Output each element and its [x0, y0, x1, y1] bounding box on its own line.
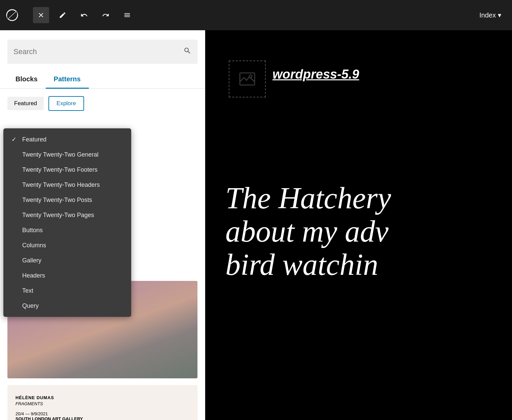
site-tagline: The Hatchery about my adv bird watchin [225, 181, 391, 281]
dropdown-item-featured[interactable]: ✓ Featured [3, 132, 131, 147]
dropdown-item-label: Twenty Twenty-Two General [22, 151, 99, 158]
dates-text: 20/4 — 9/9/2021 [15, 411, 189, 416]
dropdown-item-columns[interactable]: Columns [3, 238, 131, 253]
toolbar-right: Index ▾ [475, 8, 505, 22]
close-button[interactable] [33, 7, 49, 23]
chevron-down-icon: ▾ [498, 11, 501, 19]
dropdown-item-label: Headers [22, 272, 45, 279]
search-magnify-icon [183, 47, 191, 55]
tabs: Blocks Patterns [0, 71, 205, 89]
dropdown-item-label: Featured [22, 136, 46, 143]
check-icon: ✓ [11, 136, 18, 143]
dropdown-item-headers[interactable]: Headers [3, 268, 131, 283]
dropdown-item-label: Twenty Twenty-Two Pages [22, 212, 94, 219]
undo-icon [80, 11, 88, 19]
dropdown-item-label: Text [22, 287, 33, 294]
dropdown-item-label: Twenty Twenty-Two Footers [22, 166, 98, 173]
dropdown-item-posts[interactable]: Twenty Twenty-Two Posts [3, 193, 131, 208]
search-icon[interactable] [183, 47, 191, 57]
left-panel: Blocks Patterns Featured Explore ✓ Featu… [0, 30, 205, 420]
dropdown-item-headers-tt2[interactable]: Twenty Twenty-Two Headers [3, 177, 131, 193]
redo-icon [102, 11, 109, 19]
dates-location: 20/4 — 9/9/2021 SOUTH LONDON ART GALLERY [15, 411, 189, 420]
artist-name-text: HÉLÈNE DUMAS [15, 395, 54, 400]
tagline-line3: bird watchin [225, 248, 391, 281]
dropdown-item-pages[interactable]: Twenty Twenty-Two Pages [3, 208, 131, 223]
dropdown-item-query[interactable]: Query [3, 298, 131, 313]
svg-point-1 [249, 75, 252, 78]
dropdown-item-footers[interactable]: Twenty Twenty-Two Footers [3, 162, 131, 177]
search-bar [7, 40, 197, 64]
dropdown-item-label: Twenty Twenty-Two Headers [22, 181, 100, 188]
gallery-card: HÉLÈNE DUMAS FRAGMENTS 20/4 — 9/9/2021 S… [7, 385, 197, 420]
index-button[interactable]: Index ▾ [475, 8, 505, 22]
close-icon [37, 11, 45, 19]
list-view-button[interactable] [119, 7, 135, 23]
right-panel: wordpress-5.9 The Hatchery about my adv … [205, 30, 512, 420]
tab-blocks[interactable]: Blocks [7, 71, 46, 89]
redo-button[interactable] [98, 7, 114, 23]
artist-name: HÉLÈNE DUMAS [15, 394, 189, 401]
exhibition-name: FRAGMENTS [15, 401, 189, 407]
tab-patterns[interactable]: Patterns [46, 71, 89, 89]
tagline-line1: The Hatchery [225, 181, 391, 215]
dropdown-item-general[interactable]: Twenty Twenty-Two General [3, 147, 131, 162]
main-layout: Blocks Patterns Featured Explore ✓ Featu… [0, 30, 512, 420]
dropdown-menu: ✓ Featured Twenty Twenty-Two General Twe… [3, 128, 131, 317]
wp-logo [0, 0, 24, 30]
filter-featured-button[interactable]: Featured [7, 97, 44, 110]
image-placeholder-icon [239, 72, 256, 86]
dropdown-item-gallery[interactable]: Gallery [3, 253, 131, 268]
dropdown-item-label: Buttons [22, 227, 43, 234]
site-title-text: wordpress-5.9 [272, 67, 359, 81]
site-image-placeholder [229, 60, 266, 97]
site-title: wordpress-5.9 [272, 67, 359, 82]
dropdown-item-label: Query [22, 302, 39, 309]
wordpress-logo-icon [5, 8, 19, 22]
dropdown-item-label: Twenty Twenty-Two Posts [22, 197, 92, 204]
toolbar: Index ▾ [0, 0, 512, 30]
tagline-line2: about my adv [225, 215, 391, 248]
list-icon [123, 11, 131, 19]
edit-button[interactable] [54, 7, 71, 23]
explore-button[interactable]: Explore [48, 96, 84, 111]
undo-button[interactable] [76, 7, 92, 23]
exhibition-text: FRAGMENTS [15, 401, 43, 406]
dropdown-item-buttons[interactable]: Buttons [3, 223, 131, 238]
search-input[interactable] [13, 47, 183, 56]
location-text: SOUTH LONDON ART GALLERY [15, 416, 189, 420]
pencil-icon [59, 11, 66, 19]
dropdown-item-text[interactable]: Text [3, 283, 131, 298]
dropdown-item-label: Gallery [22, 257, 41, 264]
patterns-row: Featured Explore [0, 89, 205, 116]
dropdown-item-label: Columns [22, 242, 46, 249]
index-label: Index [479, 11, 496, 19]
